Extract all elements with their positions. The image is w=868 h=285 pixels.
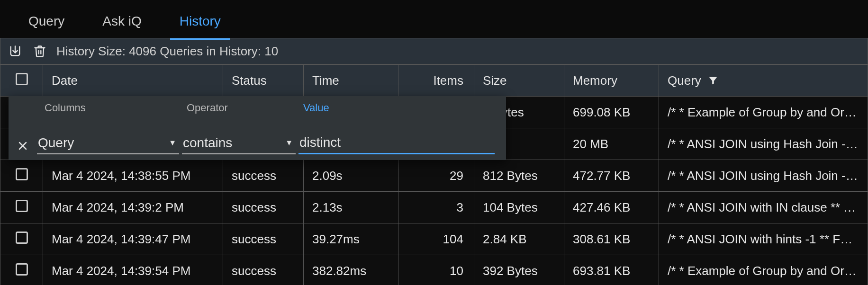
cell-query: /* * ANSI JOIN with hints -1 ** For…: [659, 223, 868, 255]
cell-status: success: [223, 192, 304, 223]
cell-time: 2.13s: [304, 192, 398, 223]
cell-items: 29: [398, 160, 474, 192]
cell-date: Mar 4 2024, 14:39:54 PM: [43, 255, 223, 285]
filter-icon[interactable]: [708, 75, 718, 86]
filter-label-operator: Operator: [187, 102, 303, 114]
cell-memory: 472.77 KB: [564, 160, 659, 192]
cell-time: 382.82ms: [304, 255, 398, 285]
tab-history[interactable]: History: [175, 5, 226, 39]
tab-ask-iq[interactable]: Ask iQ: [98, 5, 146, 39]
filter-operator-value: contains: [183, 135, 232, 151]
cell-date: Mar 4 2024, 14:39:2 PM: [43, 192, 223, 223]
history-status-text: History Size: 4096 Queries in History: 1…: [56, 44, 278, 59]
history-toolbar: History Size: 4096 Queries in History: 1…: [0, 38, 868, 64]
import-icon[interactable]: [7, 43, 23, 59]
col-header-items[interactable]: Items: [398, 65, 474, 97]
cell-date: Mar 4 2024, 14:39:47 PM: [43, 223, 223, 255]
cell-status: success: [223, 223, 304, 255]
cell-date: Mar 4 2024, 14:38:55 PM: [43, 160, 223, 192]
table-row[interactable]: Mar 4 2024, 14:38:55 PMsuccess2.09s29812…: [0, 160, 868, 192]
col-header-memory[interactable]: Memory: [564, 65, 659, 97]
cell-memory: 20 MB: [564, 128, 659, 160]
col-header-time[interactable]: Time: [304, 65, 398, 97]
cell-items: 3: [398, 192, 474, 223]
chevron-down-icon: ▼: [285, 139, 293, 147]
close-icon[interactable]: [17, 140, 37, 154]
cell-status: success: [223, 160, 304, 192]
row-checkbox[interactable]: [16, 168, 28, 180]
filter-operator-select[interactable]: contains ▼: [182, 134, 296, 154]
cell-memory: 693.81 KB: [564, 255, 659, 285]
filter-value-input[interactable]: [298, 133, 495, 154]
filter-column-select[interactable]: Query ▼: [37, 134, 179, 154]
cell-query: /* * Example of Group by and Ord…: [659, 255, 868, 285]
cell-memory: 308.61 KB: [564, 223, 659, 255]
chevron-down-icon: ▼: [169, 139, 176, 147]
row-checkbox[interactable]: [16, 232, 28, 244]
cell-query: /* * ANSI JOIN with IN clause ** T…: [659, 192, 868, 223]
cell-time: 2.09s: [304, 160, 398, 192]
cell-size: 104 Bytes: [474, 192, 564, 223]
cell-query: /* * Example of Group by and Ord…: [659, 97, 868, 128]
select-all-checkbox[interactable]: [16, 73, 28, 85]
row-checkbox[interactable]: [16, 200, 28, 212]
filter-label-columns: Columns: [45, 102, 187, 114]
filter-popover: Columns Operator Value Query ▼ contains …: [9, 96, 506, 160]
tab-query[interactable]: Query: [24, 5, 69, 39]
cell-query: /* * ANSI JOIN using Hash Join - …: [659, 128, 868, 160]
cell-items: 10: [398, 255, 474, 285]
cell-time: 39.27ms: [304, 223, 398, 255]
cell-items: 104: [398, 223, 474, 255]
col-header-size[interactable]: Size: [474, 65, 564, 97]
table-row[interactable]: Mar 4 2024, 14:39:2 PMsuccess2.13s3104 B…: [0, 192, 868, 223]
cell-status: success: [223, 255, 304, 285]
col-header-status[interactable]: Status: [223, 65, 304, 97]
col-header-date[interactable]: Date: [43, 65, 223, 97]
col-header-query-label: Query: [668, 73, 701, 88]
table-row[interactable]: Mar 4 2024, 14:39:54 PMsuccess382.82ms10…: [0, 255, 868, 285]
cell-memory: 427.46 KB: [564, 192, 659, 223]
cell-size: 812 Bytes: [474, 160, 564, 192]
filter-column-value: Query: [38, 135, 74, 151]
filter-label-value: Value: [303, 102, 329, 114]
cell-query: /* * ANSI JOIN using Hash Join - …: [659, 160, 868, 192]
trash-icon[interactable]: [32, 43, 48, 59]
col-header-query[interactable]: Query: [659, 65, 868, 97]
table-row[interactable]: Mar 4 2024, 14:39:47 PMsuccess39.27ms104…: [0, 223, 868, 255]
cell-size: 2.84 KB: [474, 223, 564, 255]
row-checkbox[interactable]: [16, 263, 28, 276]
cell-memory: 699.08 KB: [564, 97, 659, 128]
cell-size: 392 Bytes: [474, 255, 564, 285]
tab-bar: Query Ask iQ History: [0, 0, 868, 38]
